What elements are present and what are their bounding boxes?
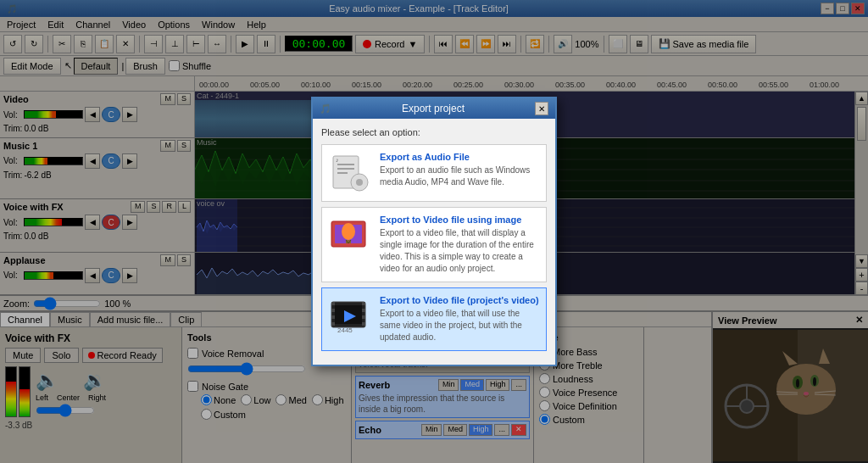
- export-audio-text: Export as Audio File Export to an audio …: [380, 152, 539, 188]
- export-video-image-title: Export to Video file using image: [380, 215, 539, 225]
- export-audio-title: Export as Audio File: [380, 152, 539, 162]
- modal-close-button[interactable]: ✕: [535, 102, 548, 115]
- svg-point-60: [342, 223, 355, 240]
- export-video-project-text: Export to Video file (project's video) E…: [380, 295, 539, 343]
- svg-rect-72: [362, 315, 365, 319]
- svg-rect-69: [331, 322, 335, 326]
- export-modal: 🎵 Export project ✕ Please select an opti…: [311, 97, 557, 366]
- export-video-image-icon: [329, 215, 371, 257]
- modal-icon: 🎵: [320, 103, 331, 114]
- svg-rect-70: [362, 302, 365, 305]
- video-image-icon-svg: [329, 215, 371, 257]
- export-audio-option[interactable]: ♪ Export as Audio File Export to an audi…: [321, 144, 547, 202]
- svg-text:♪: ♪: [336, 157, 339, 163]
- svg-text:2445: 2445: [337, 326, 353, 334]
- svg-rect-67: [331, 309, 335, 312]
- svg-rect-68: [331, 315, 335, 319]
- svg-rect-71: [362, 309, 365, 312]
- export-video-project-title: Export to Video file (project's video): [380, 295, 539, 305]
- modal-title: Export project: [402, 103, 465, 114]
- modal-overlay[interactable]: 🎵 Export project ✕ Please select an opti…: [0, 0, 868, 463]
- export-video-image-option[interactable]: Export to Video file using image Export …: [321, 207, 547, 282]
- export-audio-icon: ♪: [329, 152, 371, 194]
- svg-rect-73: [362, 322, 365, 326]
- export-video-image-desc: Export to a video file, that will displa…: [380, 227, 539, 275]
- export-video-project-icon: 2445: [329, 295, 371, 337]
- svg-point-56: [356, 179, 363, 186]
- export-video-project-option[interactable]: 2445 Export to Video file (project's vid…: [321, 287, 547, 351]
- modal-body: Please select an option: ♪ Exp: [313, 119, 555, 365]
- modal-title-bar: 🎵 Export project ✕: [313, 98, 555, 119]
- modal-subtitle: Please select an option:: [321, 127, 547, 137]
- export-video-project-desc: Export to a video file, that will use th…: [380, 308, 539, 343]
- svg-rect-66: [331, 302, 335, 305]
- audio-icon-svg: ♪: [329, 152, 371, 194]
- export-video-image-text: Export to Video file using image Export …: [380, 215, 539, 275]
- video-project-icon-svg: 2445: [329, 295, 371, 337]
- export-audio-desc: Export to an audio file such as Windows …: [380, 165, 539, 188]
